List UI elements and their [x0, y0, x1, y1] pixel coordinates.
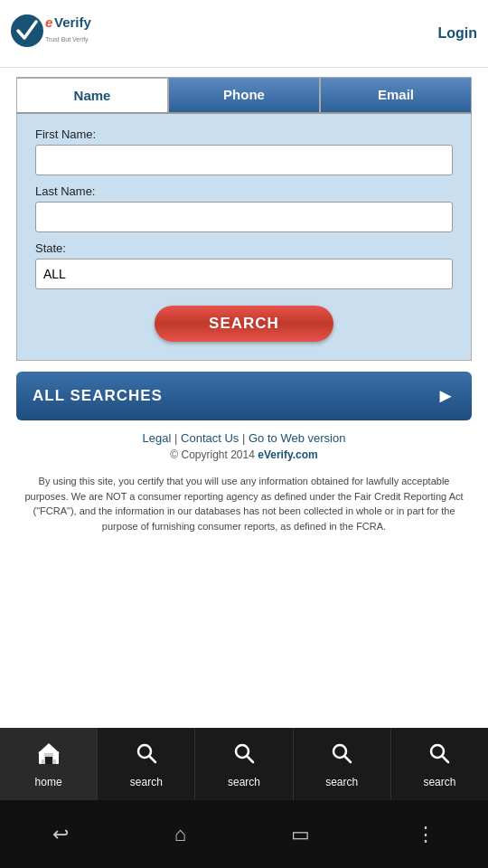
svg-text:Verify: Verify: [54, 14, 92, 30]
state-label: State:: [35, 241, 453, 255]
nav-search-1-label: search: [130, 776, 163, 788]
bottom-nav-bar: home search search search: [0, 728, 488, 800]
nav-search-2-label: search: [228, 776, 260, 788]
nav-search-1[interactable]: search: [98, 728, 195, 800]
search-button[interactable]: SEARCH: [155, 306, 333, 342]
home-icon: [36, 741, 61, 772]
nav-home-label: home: [35, 776, 62, 788]
separator-1: |: [174, 431, 181, 445]
search-icon-2: [231, 741, 257, 772]
last-name-input[interactable]: [35, 202, 453, 232]
copyright-text: © Copyright 2014 eVerify.com: [0, 448, 488, 461]
tab-name[interactable]: Name: [16, 77, 168, 112]
separator-2: |: [242, 431, 249, 445]
svg-rect-9: [53, 753, 59, 760]
nav-search-4-label: search: [423, 776, 455, 788]
nav-search-4[interactable]: search: [391, 728, 488, 800]
svg-rect-8: [39, 753, 44, 760]
go-to-web-link[interactable]: Go to Web version: [249, 431, 345, 445]
last-name-label: Last Name:: [35, 184, 453, 198]
svg-line-15: [344, 756, 351, 762]
footer-links: Legal | Contact Us | Go to Web version: [0, 431, 488, 445]
system-nav-bar: ↩ ⌂ ▭ ⋮: [0, 800, 488, 868]
home-system-button[interactable]: ⌂: [174, 823, 186, 846]
menu-button[interactable]: ⋮: [416, 823, 436, 846]
nav-search-3[interactable]: search: [294, 728, 391, 800]
svg-line-11: [149, 756, 155, 762]
back-button[interactable]: ↩: [52, 823, 69, 846]
svg-rect-7: [45, 757, 52, 764]
tab-phone[interactable]: Phone: [168, 77, 320, 112]
svg-text:e: e: [45, 14, 52, 30]
logo: e Verify Trust But Verify: [11, 11, 101, 56]
site-link: eVerify.com: [258, 448, 317, 461]
search-icon-4: [427, 741, 452, 772]
search-form: First Name: Last Name: State: SEARCH: [16, 114, 472, 361]
first-name-input[interactable]: [35, 145, 453, 175]
arrow-right-icon: ►: [436, 384, 455, 408]
search-tabs: Name Phone Email: [16, 77, 472, 114]
svg-text:Trust But Verify: Trust But Verify: [45, 36, 89, 43]
tab-email[interactable]: Email: [320, 77, 472, 112]
nav-search-2[interactable]: search: [195, 728, 293, 800]
contact-us-link[interactable]: Contact Us: [181, 431, 239, 445]
first-name-label: First Name:: [35, 127, 453, 141]
all-searches-button[interactable]: ALL SEARCHES ►: [16, 372, 472, 420]
search-icon-3: [329, 741, 354, 772]
disclaimer-text: By using this site, you certify that you…: [16, 474, 472, 533]
nav-search-3-label: search: [325, 776, 358, 788]
app-header: e Verify Trust But Verify Login: [0, 0, 488, 68]
svg-point-0: [11, 14, 43, 47]
recents-button[interactable]: ▭: [291, 823, 310, 846]
svg-line-13: [247, 756, 253, 762]
legal-link[interactable]: Legal: [143, 431, 172, 445]
search-icon-1: [134, 741, 159, 772]
login-button[interactable]: Login: [437, 25, 477, 42]
nav-home[interactable]: home: [0, 728, 98, 800]
state-input[interactable]: [35, 259, 453, 289]
svg-marker-6: [38, 743, 60, 753]
all-searches-label: ALL SEARCHES: [33, 387, 163, 405]
logo-svg: e Verify Trust But Verify: [11, 11, 101, 56]
svg-line-17: [442, 756, 448, 762]
